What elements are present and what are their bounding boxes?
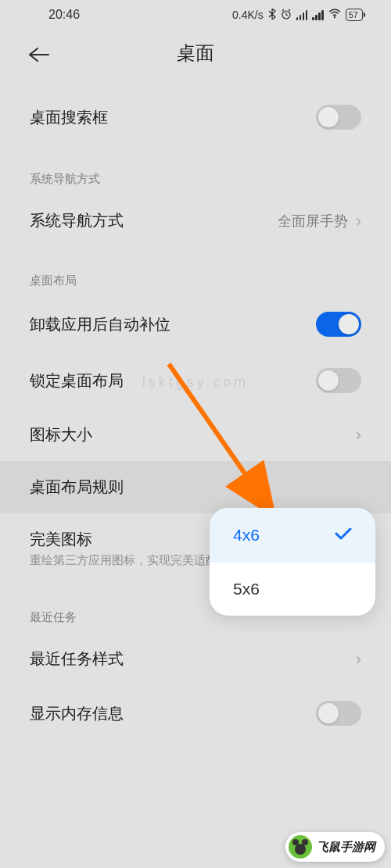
chevron-right-icon: ›	[356, 211, 361, 231]
status-time: 20:46	[48, 8, 80, 22]
row-label: 系统导航方式	[30, 210, 278, 231]
logo-icon	[289, 835, 312, 859]
row-label: 桌面布局规则	[30, 477, 361, 498]
status-bar: 20:46 0.4K/s 57	[0, 0, 391, 30]
battery-icon: 57	[346, 9, 363, 21]
row-label: 卸载应用后自动补位	[30, 314, 316, 335]
section-header-layout: 桌面布局	[0, 247, 391, 296]
row-show-mem[interactable]: 显示内存信息	[0, 685, 391, 741]
row-label: 桌面搜索框	[30, 107, 316, 128]
chevron-right-icon: ›	[356, 649, 361, 670]
section-header-nav: 系统导航方式	[0, 145, 391, 195]
popup-option-4x6[interactable]: 4x6	[210, 508, 375, 563]
row-layout-rule[interactable]: 桌面布局规则	[0, 461, 391, 513]
toggle-search-box[interactable]	[316, 105, 361, 130]
popup-option-5x6[interactable]: 5x6	[210, 563, 375, 616]
row-icon-size[interactable]: 图标大小 ›	[0, 409, 391, 461]
check-icon	[335, 525, 352, 545]
status-indicators: 0.4K/s 57	[232, 9, 363, 22]
wifi-icon	[328, 9, 341, 21]
row-label: 图标大小	[30, 424, 356, 445]
popup-option-label: 4x6	[233, 526, 260, 545]
signal-icon-2	[312, 10, 324, 20]
page-title: 桌面	[16, 41, 375, 66]
toggle-lock-layout[interactable]	[316, 368, 361, 393]
row-label: 最近任务样式	[30, 648, 356, 670]
alarm-icon	[281, 9, 292, 22]
signal-icon-1	[296, 10, 308, 20]
toggle-auto-fill[interactable]	[316, 312, 361, 337]
page-header: 桌面	[0, 30, 391, 89]
svg-point-1	[334, 16, 335, 18]
back-button[interactable]	[28, 44, 50, 68]
row-auto-fill[interactable]: 卸载应用后自动补位	[0, 296, 391, 352]
row-desktop-search[interactable]: 桌面搜索框	[0, 89, 391, 145]
network-speed: 0.4K/s	[232, 9, 264, 21]
watermark-text: lsktgsy.com	[142, 373, 249, 390]
row-value: 全面屏手势	[278, 212, 348, 230]
logo-text: 飞鼠手游网	[317, 840, 375, 855]
toggle-show-mem[interactable]	[316, 701, 361, 726]
row-label: 显示内存信息	[30, 703, 316, 724]
chevron-right-icon: ›	[356, 425, 361, 445]
row-nav-method[interactable]: 系统导航方式 全面屏手势 ›	[0, 195, 391, 247]
row-recent-style[interactable]: 最近任务样式 ›	[0, 633, 391, 685]
bluetooth-icon	[268, 9, 276, 22]
watermark-logo: 飞鼠手游网	[285, 832, 385, 862]
popup-option-label: 5x6	[233, 580, 260, 598]
layout-rule-popup: 4x6 5x6	[210, 508, 375, 616]
